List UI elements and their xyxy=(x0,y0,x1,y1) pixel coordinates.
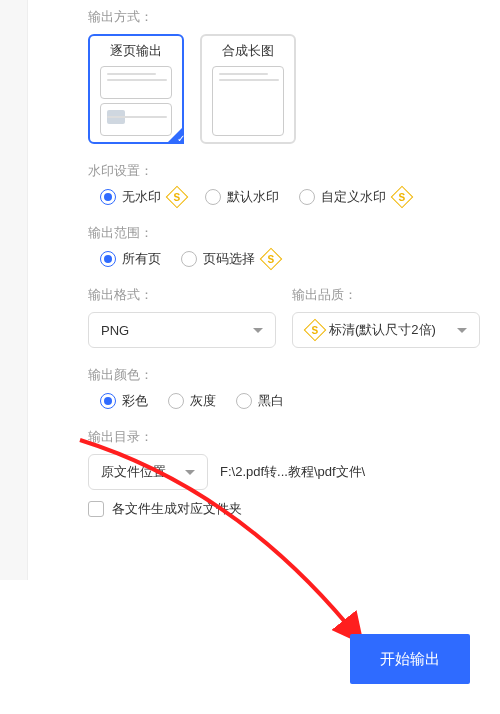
dropdown-value: 标清(默认尺寸2倍) xyxy=(329,321,436,339)
radio-icon xyxy=(168,393,184,409)
radio-icon xyxy=(181,251,197,267)
check-icon xyxy=(166,126,184,144)
tile-label: 逐页输出 xyxy=(110,42,162,60)
color-bw-radio[interactable]: 黑白 xyxy=(236,392,284,410)
chevron-down-icon xyxy=(185,470,195,475)
chevron-down-icon xyxy=(457,328,467,333)
watermark-label: 水印设置： xyxy=(88,162,480,180)
color-label: 输出颜色： xyxy=(88,366,480,384)
color-color-radio[interactable]: 彩色 xyxy=(100,392,148,410)
range-all-radio[interactable]: 所有页 xyxy=(100,250,161,268)
radio-label: 自定义水印 xyxy=(321,188,386,206)
radio-label: 灰度 xyxy=(190,392,216,410)
output-dir-label: 输出目录： xyxy=(88,428,480,446)
chevron-down-icon xyxy=(253,328,263,333)
start-output-button[interactable]: 开始输出 xyxy=(350,634,470,684)
radio-icon xyxy=(100,393,116,409)
color-gray-radio[interactable]: 灰度 xyxy=(168,392,216,410)
watermark-custom-radio[interactable]: 自定义水印 S xyxy=(299,188,410,206)
format-label: 输出格式： xyxy=(88,286,276,304)
radio-label: 默认水印 xyxy=(227,188,279,206)
subfolder-checkbox[interactable] xyxy=(88,501,104,517)
radio-icon xyxy=(100,251,116,267)
dropdown-value: 原文件位置 xyxy=(101,463,166,481)
tile-label: 合成长图 xyxy=(222,42,274,60)
premium-badge-icon: S xyxy=(166,186,189,209)
radio-label: 所有页 xyxy=(122,250,161,268)
radio-icon xyxy=(299,189,315,205)
format-dropdown[interactable]: PNG xyxy=(88,312,276,348)
premium-badge-icon: S xyxy=(260,248,283,271)
range-select-radio[interactable]: 页码选择 S xyxy=(181,250,279,268)
radio-icon xyxy=(236,393,252,409)
radio-icon xyxy=(205,189,221,205)
premium-badge-icon: S xyxy=(391,186,414,209)
range-label: 输出范围： xyxy=(88,224,480,242)
dropdown-value: PNG xyxy=(101,323,129,338)
output-path-text: F:\2.pdf转...教程\pdf文件\ xyxy=(220,463,365,481)
watermark-default-radio[interactable]: 默认水印 xyxy=(205,188,279,206)
sidebar-stub xyxy=(0,0,28,580)
output-mode-option-long-image[interactable]: 合成长图 xyxy=(200,34,296,144)
radio-label: 页码选择 xyxy=(203,250,255,268)
radio-label: 无水印 xyxy=(122,188,161,206)
output-dir-dropdown[interactable]: 原文件位置 xyxy=(88,454,208,490)
radio-icon xyxy=(100,189,116,205)
watermark-none-radio[interactable]: 无水印 S xyxy=(100,188,185,206)
quality-label: 输出品质： xyxy=(292,286,480,304)
subfolder-label: 各文件生成对应文件夹 xyxy=(112,500,242,518)
radio-label: 黑白 xyxy=(258,392,284,410)
radio-label: 彩色 xyxy=(122,392,148,410)
quality-dropdown[interactable]: S 标清(默认尺寸2倍) xyxy=(292,312,480,348)
output-mode-label: 输出方式： xyxy=(88,8,480,26)
premium-badge-icon: S xyxy=(304,319,327,342)
output-mode-option-page-by-page[interactable]: 逐页输出 xyxy=(88,34,184,144)
